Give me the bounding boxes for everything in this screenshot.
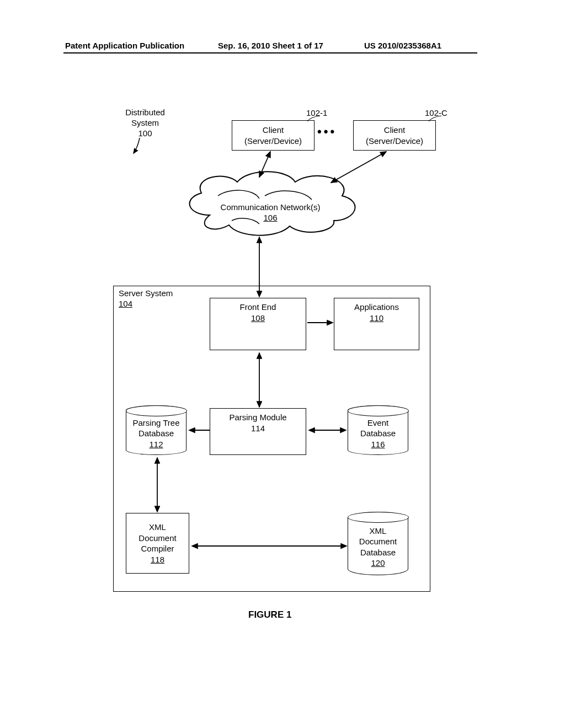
box-applications: Applications 110: [334, 298, 419, 350]
svg-line-0: [259, 152, 270, 177]
arrow-clientc-cloud: [326, 151, 392, 189]
svg-line-1: [331, 152, 386, 183]
leader-102-c: [428, 115, 444, 126]
xml-db-l3: Database: [360, 547, 396, 558]
clientc-line2: (Server/Device): [366, 136, 423, 147]
parsing-tree-ref: 112: [149, 439, 163, 450]
header-rule: [63, 52, 477, 53]
frontend-ref: 108: [251, 313, 265, 324]
db-parsing-tree: Parsing Tree Database 112: [126, 405, 186, 455]
parsing-tree-l2: Database: [138, 428, 174, 439]
cloud-line1: Communication Network(s): [221, 202, 321, 212]
label-distributed-system-text: Distributed System: [118, 108, 173, 129]
parsing-module-ref: 114: [251, 423, 265, 434]
xml-compiler-l3: Compiler: [141, 543, 174, 554]
box-client-c: Client (Server/Device): [353, 120, 436, 151]
arrow-parsing-event: [306, 425, 350, 436]
ellipsis-icon: •••: [317, 124, 337, 140]
page: Patent Application Publication Sep. 16, …: [0, 0, 565, 728]
cloud-ref: 106: [263, 213, 277, 222]
header-right: US 2010/0235368A1: [364, 41, 441, 50]
client1-line1: Client: [263, 125, 284, 136]
xml-db-l2: Document: [359, 536, 397, 547]
event-db-l2: Database: [360, 428, 396, 439]
xml-db-ref: 120: [371, 558, 385, 569]
box-front-end: Front End 108: [210, 298, 306, 350]
server-system-text: Server System: [119, 288, 173, 298]
db-xml-document: XML Document Database 120: [348, 512, 408, 575]
xml-compiler-l2: Document: [138, 533, 176, 544]
header-left: Patent Application Publication: [65, 41, 184, 50]
label-distributed-system-ref: 100: [138, 129, 152, 138]
figure-caption: FIGURE 1: [248, 609, 291, 620]
header-center: Sep. 16, 2010 Sheet 1 of 17: [218, 41, 323, 50]
xml-compiler-ref: 118: [151, 554, 164, 565]
label-distributed-system: Distributed System 100: [118, 108, 173, 138]
server-system-ref: 104: [119, 299, 132, 308]
box-xml-compiler: XML Document Compiler 118: [126, 513, 189, 574]
clientc-line1: Client: [384, 125, 405, 136]
frontend-text: Front End: [240, 302, 276, 313]
leader-100: [131, 137, 153, 159]
arrow-frontend-parsing: [251, 350, 268, 411]
event-db-l1: Event: [367, 417, 388, 429]
arrow-parsing-tree-parsing: [186, 425, 213, 436]
db-event: Event Database 116: [348, 405, 408, 455]
box-parsing-module: Parsing Module 114: [210, 408, 306, 455]
applications-ref: 110: [370, 313, 383, 324]
applications-text: Applications: [354, 302, 399, 313]
event-db-ref: 116: [371, 439, 385, 450]
box-client-1: Client (Server/Device): [232, 120, 315, 151]
arrow-client1-cloud: [254, 151, 287, 184]
parsing-module-text: Parsing Module: [229, 412, 286, 423]
parsing-tree-l1: Parsing Tree: [132, 417, 179, 429]
cloud-text: Communication Network(s) 106: [210, 202, 331, 223]
xml-compiler-l1: XML: [149, 522, 166, 533]
xml-db-l1: XML: [370, 526, 387, 537]
arrow-xml-compiler-xml-db: [189, 540, 352, 552]
leader-102-1: [306, 115, 323, 126]
arrow-parsing-tree-xml-compiler: [149, 455, 166, 516]
label-server-system: Server System 104: [119, 288, 173, 309]
client1-line2: (Server/Device): [244, 136, 302, 147]
arrow-frontend-applications: [306, 317, 337, 328]
